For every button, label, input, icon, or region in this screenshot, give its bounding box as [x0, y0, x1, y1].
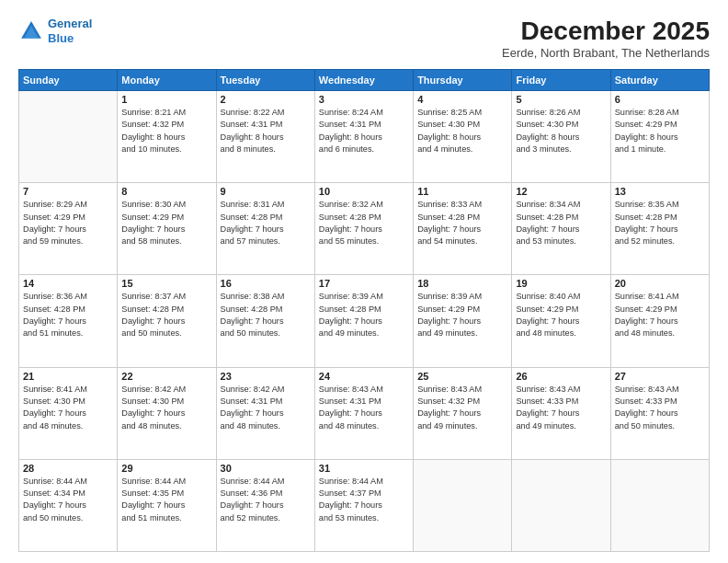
logo-line1: General — [48, 17, 92, 30]
calendar-cell: 10Sunrise: 8:32 AM Sunset: 4:28 PM Dayli… — [314, 183, 413, 275]
day-info: Sunrise: 8:43 AM Sunset: 4:33 PM Dayligh… — [516, 384, 606, 432]
day-number: 3 — [319, 94, 409, 105]
day-info: Sunrise: 8:43 AM Sunset: 4:31 PM Dayligh… — [319, 384, 409, 432]
day-number: 31 — [319, 463, 409, 474]
day-info: Sunrise: 8:22 AM Sunset: 4:31 PM Dayligh… — [221, 107, 311, 155]
day-number: 18 — [417, 278, 507, 289]
day-number: 5 — [516, 94, 606, 105]
calendar-cell: 18Sunrise: 8:39 AM Sunset: 4:29 PM Dayli… — [414, 275, 512, 367]
location: Eerde, North Brabant, The Netherlands — [502, 46, 710, 60]
calendar-cell — [610, 459, 709, 551]
weekday-sunday: Sunday — [19, 70, 118, 91]
calendar-cell: 19Sunrise: 8:40 AM Sunset: 4:29 PM Dayli… — [512, 275, 610, 367]
calendar-cell: 7Sunrise: 8:29 AM Sunset: 4:29 PM Daylig… — [19, 183, 118, 275]
day-number: 11 — [417, 186, 507, 197]
day-info: Sunrise: 8:38 AM Sunset: 4:28 PM Dayligh… — [221, 291, 311, 339]
calendar-cell: 8Sunrise: 8:30 AM Sunset: 4:29 PM Daylig… — [118, 183, 216, 275]
weekday-wednesday: Wednesday — [314, 70, 413, 91]
calendar-cell: 3Sunrise: 8:24 AM Sunset: 4:31 PM Daylig… — [314, 91, 413, 183]
day-number: 4 — [417, 94, 507, 105]
calendar-cell: 16Sunrise: 8:38 AM Sunset: 4:28 PM Dayli… — [216, 275, 314, 367]
day-info: Sunrise: 8:41 AM Sunset: 4:29 PM Dayligh… — [615, 291, 705, 339]
weekday-friday: Friday — [512, 70, 610, 91]
logo-icon — [18, 18, 44, 44]
month-title: December 2025 — [502, 17, 710, 46]
calendar-cell: 25Sunrise: 8:43 AM Sunset: 4:32 PM Dayli… — [414, 367, 512, 459]
day-info: Sunrise: 8:28 AM Sunset: 4:29 PM Dayligh… — [615, 107, 705, 155]
day-info: Sunrise: 8:44 AM Sunset: 4:34 PM Dayligh… — [23, 476, 113, 524]
calendar-table: SundayMondayTuesdayWednesdayThursdayFrid… — [18, 69, 710, 552]
calendar-cell: 29Sunrise: 8:44 AM Sunset: 4:35 PM Dayli… — [118, 459, 216, 551]
day-info: Sunrise: 8:44 AM Sunset: 4:35 PM Dayligh… — [121, 476, 211, 524]
week-row-4: 28Sunrise: 8:44 AM Sunset: 4:34 PM Dayli… — [19, 459, 710, 551]
week-row-0: 1Sunrise: 8:21 AM Sunset: 4:32 PM Daylig… — [19, 91, 710, 183]
calendar-cell: 24Sunrise: 8:43 AM Sunset: 4:31 PM Dayli… — [314, 367, 413, 459]
calendar-cell: 31Sunrise: 8:44 AM Sunset: 4:37 PM Dayli… — [314, 459, 413, 551]
day-number: 6 — [615, 94, 705, 105]
header: General Blue December 2025 Eerde, North … — [18, 17, 710, 60]
day-info: Sunrise: 8:39 AM Sunset: 4:28 PM Dayligh… — [319, 291, 409, 339]
day-number: 14 — [23, 278, 113, 289]
day-info: Sunrise: 8:41 AM Sunset: 4:30 PM Dayligh… — [23, 384, 113, 432]
day-number: 30 — [221, 463, 311, 474]
day-number: 12 — [516, 186, 606, 197]
day-info: Sunrise: 8:37 AM Sunset: 4:28 PM Dayligh… — [121, 291, 211, 339]
logo: General Blue — [18, 17, 92, 45]
calendar-cell: 27Sunrise: 8:43 AM Sunset: 4:33 PM Dayli… — [610, 367, 709, 459]
calendar-cell: 14Sunrise: 8:36 AM Sunset: 4:28 PM Dayli… — [19, 275, 118, 367]
day-number: 16 — [221, 278, 311, 289]
calendar-cell: 6Sunrise: 8:28 AM Sunset: 4:29 PM Daylig… — [610, 91, 709, 183]
calendar-cell: 17Sunrise: 8:39 AM Sunset: 4:28 PM Dayli… — [314, 275, 413, 367]
day-info: Sunrise: 8:33 AM Sunset: 4:28 PM Dayligh… — [417, 199, 507, 247]
day-number: 29 — [121, 463, 211, 474]
calendar-cell: 28Sunrise: 8:44 AM Sunset: 4:34 PM Dayli… — [19, 459, 118, 551]
logo-text: General Blue — [48, 17, 92, 45]
weekday-monday: Monday — [118, 70, 216, 91]
title-area: December 2025 Eerde, North Brabant, The … — [502, 17, 710, 60]
day-number: 15 — [121, 278, 211, 289]
calendar-cell: 12Sunrise: 8:34 AM Sunset: 4:28 PM Dayli… — [512, 183, 610, 275]
weekday-tuesday: Tuesday — [216, 70, 314, 91]
day-number: 22 — [121, 371, 211, 382]
day-info: Sunrise: 8:36 AM Sunset: 4:28 PM Dayligh… — [23, 291, 113, 339]
day-info: Sunrise: 8:32 AM Sunset: 4:28 PM Dayligh… — [319, 199, 409, 247]
week-row-1: 7Sunrise: 8:29 AM Sunset: 4:29 PM Daylig… — [19, 183, 710, 275]
calendar-cell — [414, 459, 512, 551]
day-number: 25 — [417, 371, 507, 382]
day-number: 20 — [615, 278, 705, 289]
day-number: 9 — [221, 186, 311, 197]
calendar-cell: 15Sunrise: 8:37 AM Sunset: 4:28 PM Dayli… — [118, 275, 216, 367]
weekday-header-row: SundayMondayTuesdayWednesdayThursdayFrid… — [19, 70, 710, 91]
calendar-cell: 21Sunrise: 8:41 AM Sunset: 4:30 PM Dayli… — [19, 367, 118, 459]
day-info: Sunrise: 8:42 AM Sunset: 4:30 PM Dayligh… — [121, 384, 211, 432]
calendar-cell: 13Sunrise: 8:35 AM Sunset: 4:28 PM Dayli… — [610, 183, 709, 275]
calendar-cell — [512, 459, 610, 551]
calendar-cell: 9Sunrise: 8:31 AM Sunset: 4:28 PM Daylig… — [216, 183, 314, 275]
calendar-cell: 4Sunrise: 8:25 AM Sunset: 4:30 PM Daylig… — [414, 91, 512, 183]
day-info: Sunrise: 8:39 AM Sunset: 4:29 PM Dayligh… — [417, 291, 507, 339]
day-number: 2 — [221, 94, 311, 105]
day-number: 1 — [121, 94, 211, 105]
day-info: Sunrise: 8:40 AM Sunset: 4:29 PM Dayligh… — [516, 291, 606, 339]
day-info: Sunrise: 8:21 AM Sunset: 4:32 PM Dayligh… — [121, 107, 211, 155]
day-info: Sunrise: 8:44 AM Sunset: 4:37 PM Dayligh… — [319, 476, 409, 524]
calendar-cell: 2Sunrise: 8:22 AM Sunset: 4:31 PM Daylig… — [216, 91, 314, 183]
day-info: Sunrise: 8:43 AM Sunset: 4:32 PM Dayligh… — [417, 384, 507, 432]
weekday-thursday: Thursday — [414, 70, 512, 91]
weekday-saturday: Saturday — [610, 70, 709, 91]
day-info: Sunrise: 8:24 AM Sunset: 4:31 PM Dayligh… — [319, 107, 409, 155]
day-info: Sunrise: 8:34 AM Sunset: 4:28 PM Dayligh… — [516, 199, 606, 247]
day-info: Sunrise: 8:30 AM Sunset: 4:29 PM Dayligh… — [121, 199, 211, 247]
day-number: 27 — [615, 371, 705, 382]
week-row-3: 21Sunrise: 8:41 AM Sunset: 4:30 PM Dayli… — [19, 367, 710, 459]
day-info: Sunrise: 8:25 AM Sunset: 4:30 PM Dayligh… — [417, 107, 507, 155]
day-info: Sunrise: 8:31 AM Sunset: 4:28 PM Dayligh… — [221, 199, 311, 247]
day-info: Sunrise: 8:29 AM Sunset: 4:29 PM Dayligh… — [23, 199, 113, 247]
calendar-cell — [19, 91, 118, 183]
logo-line2: Blue — [48, 31, 74, 45]
calendar-cell: 20Sunrise: 8:41 AM Sunset: 4:29 PM Dayli… — [610, 275, 709, 367]
calendar-cell: 30Sunrise: 8:44 AM Sunset: 4:36 PM Dayli… — [216, 459, 314, 551]
day-info: Sunrise: 8:44 AM Sunset: 4:36 PM Dayligh… — [221, 476, 311, 524]
calendar-cell: 1Sunrise: 8:21 AM Sunset: 4:32 PM Daylig… — [118, 91, 216, 183]
page: General Blue December 2025 Eerde, North … — [0, 0, 728, 563]
